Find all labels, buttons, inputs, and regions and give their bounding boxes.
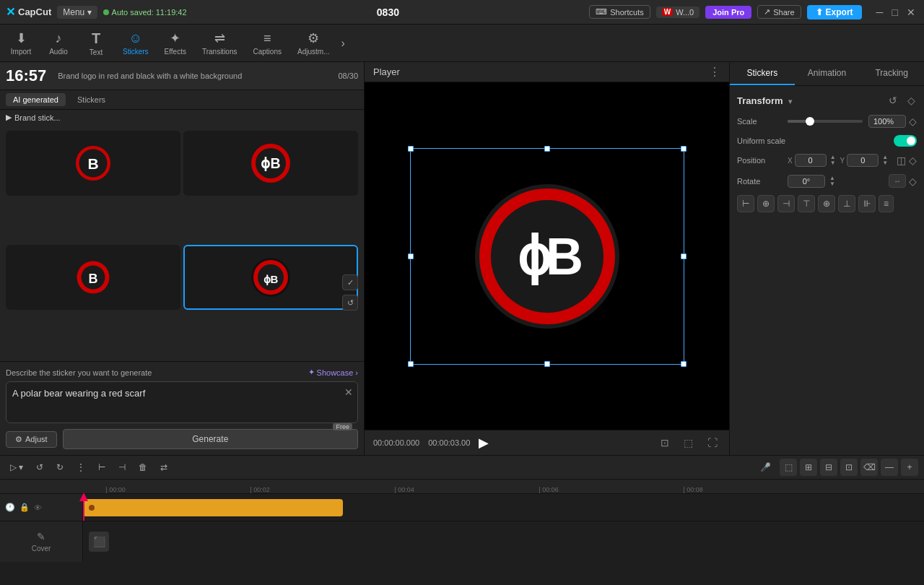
scale-thumb[interactable] [806, 117, 814, 126]
checkmark-button[interactable]: ✓ [342, 274, 358, 290]
toolbar-import[interactable]: ⬇ Import [3, 27, 39, 58]
select-tool[interactable]: ▷ ▾ [6, 461, 27, 474]
align-center-h[interactable]: ⊕ [757, 195, 775, 212]
align-bottom[interactable]: ⊥ [838, 195, 855, 212]
scale-slider[interactable] [788, 120, 863, 123]
toolbar-transitions[interactable]: ⇌ Transitions [195, 27, 245, 58]
fit-screen-button[interactable]: ⊡ [658, 436, 672, 450]
main-track-row: 🕐 🔒 👁 [0, 494, 924, 521]
showcase-button[interactable]: ✦ Showcase › [308, 368, 358, 377]
microphone-button[interactable]: 🎤 [756, 461, 775, 474]
player-menu-button[interactable]: ⋮ [709, 65, 720, 79]
adjust-button[interactable]: ⚙ Adjust [6, 431, 57, 448]
playhead[interactable] [83, 494, 84, 521]
scale-value-display[interactable]: 100% [868, 115, 906, 128]
cover-thumbnail[interactable]: ⬛ [89, 532, 109, 552]
sticker-cell-4[interactable]: ɸB [183, 245, 358, 310]
align-top[interactable]: ⊤ [798, 195, 815, 212]
tl-tool-3[interactable]: ⊟ [820, 459, 837, 476]
track-eye-btn[interactable]: 👁 [33, 503, 43, 513]
sticker-cell-1[interactable]: B [6, 131, 180, 196]
trim-start-icon: ⊢ [98, 462, 105, 472]
tab-tracking[interactable]: Tracking [859, 62, 924, 85]
trim-end-button[interactable]: ⊣ [114, 461, 130, 474]
rotate-keyframe[interactable]: ◇ [909, 176, 917, 187]
keyframe-button[interactable]: ◇ [906, 93, 917, 108]
main-clip[interactable] [83, 499, 343, 516]
redo-button[interactable]: ↻ [52, 461, 68, 474]
generate-button[interactable]: Generate [63, 429, 358, 449]
track-clock-btn[interactable]: 🕐 [4, 502, 16, 513]
sticker-cell-2[interactable]: ɸB [183, 131, 358, 196]
workspace-button[interactable]: W W...0 [656, 6, 700, 18]
align-left[interactable]: ⊢ [737, 195, 754, 212]
pos-y-input[interactable] [847, 154, 879, 167]
reset-button[interactable]: ↺ [887, 93, 899, 108]
align-center-v[interactable]: ⊕ [818, 195, 835, 212]
prompt-text[interactable]: A polar bear wearing a red scarf [12, 388, 352, 417]
pos-y-down[interactable]: ▼ [881, 160, 889, 166]
trim-start-button[interactable]: ⊢ [94, 461, 110, 474]
position-keyframe-diamond[interactable]: ◇ [909, 155, 917, 166]
track-lock-btn[interactable]: 🔒 [19, 502, 30, 513]
tl-tool-2[interactable]: ⊞ [800, 459, 817, 476]
minimize-button[interactable]: ─ [873, 6, 886, 18]
toolbar-audio[interactable]: ♪ Audio [40, 28, 77, 58]
tl-zoom-in[interactable]: + [901, 459, 918, 476]
tl-tool-4[interactable]: ⊡ [840, 459, 858, 476]
refresh-button[interactable]: ↺ [342, 295, 358, 311]
canvas-content: ɸB [410, 148, 684, 365]
menu-button[interactable]: Menu ▾ [57, 6, 97, 19]
sticker-cell-3[interactable]: B [6, 245, 180, 310]
tl-tool-5[interactable]: ⌫ [860, 459, 878, 476]
rotate-down[interactable]: ▼ [828, 181, 837, 187]
toolbar-captions[interactable]: ≡ Captions [246, 28, 289, 58]
toolbar-more-button[interactable]: › [338, 34, 347, 53]
export-button[interactable]: ⬆ Export [807, 5, 862, 20]
split-button[interactable]: ⋮ [72, 461, 90, 474]
cover-edit-icon[interactable]: ✎ [37, 531, 45, 542]
toolbar-stickers[interactable]: ☺ Stickers [116, 28, 156, 58]
tl-tool-1[interactable]: ⬚ [780, 459, 797, 476]
shortcuts-button[interactable]: ⌨ Shortcuts [589, 5, 650, 19]
transform-chevron: ▾ [788, 98, 792, 105]
delete-button[interactable]: 🗑 [134, 461, 152, 474]
close-button[interactable]: ✕ [904, 6, 918, 18]
undo-button[interactable]: ↺ [32, 461, 48, 474]
tab-ai-generated[interactable]: AI generated [6, 93, 66, 106]
join-pro-button[interactable]: Join Pro [705, 6, 751, 19]
share-button[interactable]: ↗ Share [757, 5, 801, 19]
clear-prompt-button[interactable]: ✕ [344, 386, 353, 398]
uniform-scale-row: Uniform scale [737, 135, 917, 147]
cover-area[interactable]: ⬛ [83, 521, 924, 562]
toolbar-adjustments[interactable]: ⚙ Adjustm... [290, 27, 336, 58]
ratio-button[interactable]: ⬚ [681, 436, 696, 450]
player-controls: 00:00:00.000 00:00:03.00 ▶ ⊡ ⬚ ⛶ [365, 430, 729, 455]
uniform-scale-toggle[interactable] [894, 135, 917, 147]
maximize-button[interactable]: □ [889, 6, 901, 18]
rotate-input[interactable] [788, 175, 825, 188]
tab-stickers-right[interactable]: Stickers [730, 62, 795, 85]
pos-x-down[interactable]: ▼ [829, 160, 837, 166]
scale-keyframe[interactable]: ◇ [909, 116, 917, 127]
mirror-button[interactable]: ⇄ [156, 461, 172, 474]
tab-stickers[interactable]: Stickers [70, 93, 113, 106]
distribute-h[interactable]: ⊪ [858, 195, 876, 212]
logo: ✕ CapCut [6, 5, 51, 19]
align-right[interactable]: ⊣ [777, 195, 795, 212]
timeline-content: | 00:00 | 00:02 | 00:04 | 00:06 | 00:08 … [0, 480, 924, 585]
brand-sticker-item[interactable]: ▶ Brand stick... [0, 110, 364, 125]
flip-horizontal-button[interactable]: ↔ [889, 174, 906, 188]
player-canvas[interactable]: ɸB [365, 82, 729, 430]
toolbar-effects[interactable]: ✦ Effects [157, 27, 193, 58]
main-track-area[interactable] [83, 494, 924, 521]
pos-x-input[interactable] [795, 154, 827, 167]
distribute-v[interactable]: ≡ [879, 195, 894, 212]
toolbar-text[interactable]: T Text [78, 27, 114, 59]
position-keyframe[interactable]: ◫ [897, 155, 906, 166]
fullscreen-button[interactable]: ⛶ [705, 436, 720, 450]
tab-animation[interactable]: Animation [795, 62, 860, 85]
tl-tool-6[interactable]: — [881, 459, 898, 476]
pos-y-stepper: ▲ ▼ [881, 155, 889, 166]
play-button[interactable]: ▶ [479, 435, 489, 451]
